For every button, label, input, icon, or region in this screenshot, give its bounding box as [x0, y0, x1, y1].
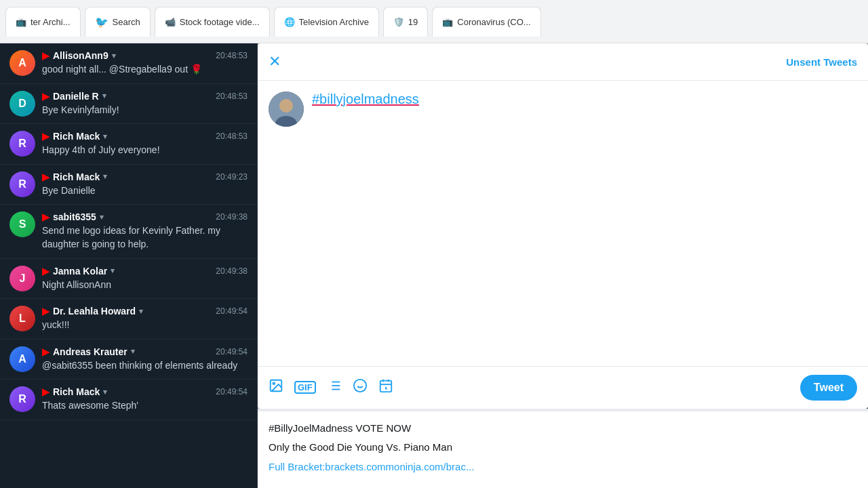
tweet-line-3: Full Bracket:brackets.commoninja.com/bra…: [269, 460, 857, 475]
chevron-icon-1: ▾: [112, 52, 116, 60]
list-icon[interactable]: [327, 378, 342, 397]
chat-username-9: ▶ Rich Mack ▾: [42, 386, 107, 397]
compose-footer: GIF: [258, 366, 868, 409]
tab-television-label: Television Archive: [299, 17, 369, 27]
chat-header-4: ▶ Rich Mack ▾ 20:49:23: [42, 171, 248, 182]
chat-timestamp-6: 20:49:38: [216, 266, 248, 276]
tab-coronavirus[interactable]: 📺 Coronavirus (CO...: [432, 7, 540, 37]
chat-message-5: S ▶ sabit6355 ▾ 20:49:38 Send me logo id…: [0, 205, 257, 258]
chat-text-8: @sabit6355 been thinking of elements alr…: [42, 359, 248, 373]
tab-search-icon: 🐦: [95, 16, 108, 28]
compose-tools: GIF: [269, 378, 393, 397]
tab-stockfootage-icon: 📹: [165, 17, 176, 27]
chat-body-7: ▶ Dr. Leahla Howard ▾ 20:49:54 yuck!!!: [42, 306, 248, 332]
tab-stockfootage-label: Stock footage vide...: [180, 17, 260, 27]
chat-timestamp-9: 20:49:54: [216, 387, 248, 396]
gif-icon[interactable]: GIF: [294, 381, 316, 394]
tab-search-label: Search: [113, 17, 140, 27]
tab-19[interactable]: 🛡️ 19: [383, 7, 428, 37]
chat-avatar-8: A: [9, 346, 35, 372]
youtube-icon-5: ▶: [42, 211, 50, 222]
svg-rect-16: [380, 380, 391, 392]
tweet-content-section: #BillyJoelMadness VOTE NOW Only the Good…: [258, 409, 868, 489]
chat-body-3: ▶ Rich Mack ▾ 20:48:53 Happy 4th of July…: [42, 131, 248, 157]
chat-username-6: ▶ Janna Kolar ▾: [42, 266, 115, 277]
chat-header-7: ▶ Dr. Leahla Howard ▾ 20:49:54: [42, 306, 248, 317]
youtube-icon-8: ▶: [42, 346, 50, 357]
compose-box: ✕ Unsent Tweets #billyjo: [258, 43, 868, 409]
chevron-icon-9: ▾: [103, 388, 107, 396]
svg-point-3: [279, 99, 293, 113]
chat-body-1: ▶ AllisonAnn9 ▾ 20:48:53 good night all.…: [42, 50, 248, 77]
close-button[interactable]: ✕: [269, 53, 281, 70]
twitter-area: #billyjoelmadness ••• ✕ Unsent Tweets: [258, 43, 868, 488]
chat-body-5: ▶ sabit6355 ▾ 20:49:38 Send me logo idea…: [42, 211, 248, 251]
chat-body-6: ▶ Janna Kolar ▾ 20:49:38 Night AllisonAn…: [42, 266, 248, 292]
chat-username-2: ▶ Danielle R ▾: [42, 91, 106, 102]
chat-timestamp-8: 20:49:54: [216, 347, 248, 357]
chevron-icon-3: ▾: [103, 132, 107, 141]
chat-header-9: ▶ Rich Mack ▾ 20:49:54: [42, 386, 248, 397]
chat-header-3: ▶ Rich Mack ▾ 20:48:53: [42, 131, 248, 142]
schedule-icon[interactable]: [378, 378, 393, 397]
chat-message-2: D ▶ Danielle R ▾ 20:48:53 Bye Kevinlyfam…: [0, 84, 257, 125]
tab-television-icon: 🌐: [284, 17, 295, 27]
chat-text-3: Happy 4th of July everyone!: [42, 144, 248, 157]
chat-text-4: Bye Danielle: [42, 184, 248, 198]
chevron-icon-5: ▾: [100, 213, 104, 222]
chat-message-7: L ▶ Dr. Leahla Howard ▾ 20:49:54 yuck!!!: [0, 299, 257, 340]
chat-avatar-1: A: [9, 50, 35, 76]
chat-message-6: J ▶ Janna Kolar ▾ 20:49:38 Night Allison…: [0, 259, 257, 300]
composer-avatar: [269, 92, 304, 127]
chat-body-2: ▶ Danielle R ▾ 20:48:53 Bye Kevinlyfamil…: [42, 91, 248, 117]
browser-toolbar: 📺 ter Archi... 🐦 Search 📹 Stock footage …: [0, 0, 868, 43]
youtube-icon-2: ▶: [42, 91, 50, 102]
youtube-icon-1: ▶: [42, 50, 50, 61]
chat-username-1: ▶ AllisonAnn9 ▾: [42, 50, 116, 61]
tab-stockfootage[interactable]: 📹 Stock footage vide...: [155, 7, 270, 37]
image-upload-icon[interactable]: [269, 378, 283, 397]
chat-header-5: ▶ sabit6355 ▾ 20:49:38: [42, 211, 248, 222]
tab-archive-icon: 📺: [16, 17, 26, 27]
chat-username-7: ▶ Dr. Leahla Howard ▾: [42, 306, 143, 317]
chat-text-2: Bye Kevinlyfamily!: [42, 104, 248, 117]
chat-panel: A ▶ AllisonAnn9 ▾ 20:48:53 good night al…: [0, 43, 258, 488]
compose-text-area[interactable]: #billyjoelmadness: [312, 92, 857, 355]
unsent-tweets-link[interactable]: Unsent Tweets: [786, 56, 857, 68]
compose-header: ✕ Unsent Tweets: [258, 43, 868, 81]
chat-message-9: R ▶ Rich Mack ▾ 20:49:54 Thats awesome S…: [0, 380, 257, 420]
chat-messages-container: A ▶ AllisonAnn9 ▾ 20:48:53 good night al…: [0, 43, 257, 420]
chat-header-1: ▶ AllisonAnn9 ▾ 20:48:53: [42, 50, 248, 61]
tab-19-icon: 🛡️: [393, 17, 404, 27]
chat-timestamp-7: 20:49:54: [216, 306, 248, 316]
svg-point-6: [273, 382, 275, 384]
chat-username-3: ▶ Rich Mack ▾: [42, 131, 107, 142]
chat-avatar-6: J: [9, 266, 35, 291]
chat-text-9: Thats awesome Steph': [42, 399, 248, 413]
emoji-icon[interactable]: [353, 378, 368, 397]
chat-header-6: ▶ Janna Kolar ▾ 20:49:38: [42, 266, 248, 277]
tab-coronavirus-icon: 📺: [442, 17, 453, 27]
chat-header-8: ▶ Andreas Krauter ▾ 20:49:54: [42, 346, 248, 357]
chat-timestamp-5: 20:49:38: [216, 212, 248, 222]
chat-timestamp-2: 20:48:53: [216, 92, 248, 101]
tab-archive[interactable]: 📺 ter Archi...: [5, 7, 81, 37]
tab-television[interactable]: 🌐 Television Archive: [274, 7, 379, 37]
chat-username-5: ▶ sabit6355 ▾: [42, 211, 104, 222]
chat-text-7: yuck!!!: [42, 319, 248, 332]
chat-username-8: ▶ Andreas Krauter ▾: [42, 346, 135, 357]
chevron-icon-8: ▾: [131, 347, 135, 356]
svg-point-13: [354, 379, 366, 391]
chat-timestamp-4: 20:49:23: [216, 172, 248, 182]
chat-avatar-2: D: [9, 91, 35, 117]
tweet-button[interactable]: Tweet: [800, 375, 857, 401]
chevron-icon-7: ▾: [139, 307, 143, 316]
chat-text-1: good night all... @Stregabella9 out 🌹: [42, 63, 248, 77]
youtube-icon-7: ▶: [42, 306, 50, 317]
chevron-icon-4: ▾: [103, 172, 107, 181]
chat-avatar-4: R: [9, 171, 35, 197]
tweet-line-1: #BillyJoelMadness VOTE NOW: [269, 421, 857, 436]
tab-search[interactable]: 🐦 Search: [85, 7, 151, 37]
chat-message-3: R ▶ Rich Mack ▾ 20:48:53 Happy 4th of Ju…: [0, 124, 257, 165]
chat-avatar-5: S: [9, 211, 35, 237]
